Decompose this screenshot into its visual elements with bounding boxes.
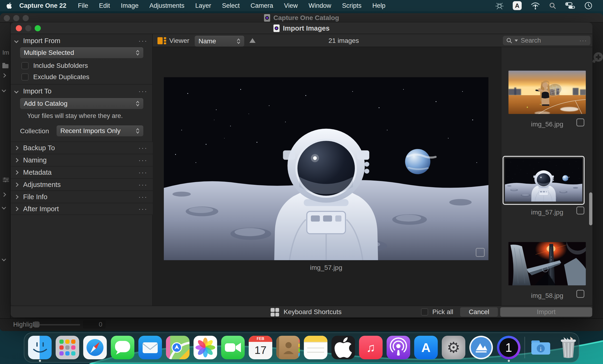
menu-layer[interactable]: Layer	[190, 2, 217, 10]
dock-system-preferences-icon[interactable]: ⚙	[442, 336, 465, 359]
viewer-pick-checkbox[interactable]	[476, 248, 485, 257]
menu-help[interactable]: Help	[367, 2, 391, 10]
section-metadata[interactable]: Metadata ···	[11, 166, 153, 178]
include-subfolders-checkbox[interactable]	[22, 62, 29, 69]
import-from-dropdown[interactable]: Multiple Selected	[20, 47, 143, 58]
chevron-right-icon[interactable]	[2, 73, 6, 77]
apple-menu-icon[interactable]	[6, 2, 12, 9]
search-field[interactable]: ···	[503, 36, 591, 45]
highlight-slider-track[interactable]	[35, 324, 80, 325]
section-backup-to[interactable]: Backup To ···	[11, 142, 153, 154]
section-adjustments[interactable]: Adjustments ···	[11, 178, 153, 190]
dock-finder-icon[interactable]	[28, 336, 52, 359]
highlight-slider-knob[interactable]	[34, 321, 40, 328]
chevron-down-icon[interactable]	[14, 89, 18, 93]
import-button[interactable]: Import	[500, 307, 592, 317]
chevron-right-icon[interactable]	[14, 146, 18, 150]
chevron-down-icon[interactable]	[2, 88, 6, 92]
dock-photos-icon[interactable]	[194, 336, 217, 359]
viewer-image[interactable]	[164, 77, 488, 260]
dock-downloads-icon[interactable]: ↓	[529, 336, 553, 359]
menu-scripts[interactable]: Scripts	[337, 2, 367, 10]
dock-contacts-icon[interactable]	[276, 336, 300, 359]
chevron-right-icon[interactable]	[14, 182, 18, 187]
clock-icon[interactable]	[584, 2, 592, 10]
chevron-right-icon[interactable]	[14, 195, 18, 199]
sliders-icon[interactable]	[2, 177, 10, 183]
antivirus-icon[interactable]	[495, 1, 504, 10]
menu-window[interactable]: Window	[303, 2, 337, 10]
dock-app-store-icon[interactable]: A	[414, 336, 438, 359]
menu-adjustments[interactable]: Adjustments	[144, 2, 190, 10]
thumbnail-pick-checkbox[interactable]	[576, 207, 584, 214]
search-options-icon[interactable]: ···	[580, 38, 587, 43]
keyboard-shortcuts-icon[interactable]	[271, 308, 279, 316]
exclude-duplicates-checkbox[interactable]	[22, 73, 29, 80]
dock-notes-icon[interactable]	[304, 336, 327, 359]
menu-image[interactable]: Image	[116, 2, 144, 10]
menu-select[interactable]: Select	[217, 2, 245, 10]
spotlight-icon[interactable]	[549, 2, 556, 9]
section-menu-icon[interactable]: ···	[138, 89, 148, 93]
dock-safari-icon[interactable]	[83, 336, 107, 359]
menu-edit[interactable]: Edit	[93, 2, 116, 10]
import-to-dropdown[interactable]: Add to Catalog	[20, 98, 143, 109]
section-menu-icon[interactable]: ···	[138, 38, 148, 43]
thumbnail-img-58[interactable]	[509, 242, 586, 285]
chevron-right-icon[interactable]	[14, 170, 18, 175]
chevron-right-icon[interactable]	[2, 192, 6, 197]
section-menu-icon[interactable]: ···	[138, 195, 148, 199]
thumbnail-image[interactable]	[505, 158, 582, 201]
menu-view[interactable]: View	[279, 2, 303, 10]
sort-direction-icon[interactable]	[249, 38, 255, 43]
dock-trash-icon[interactable]	[557, 336, 580, 359]
section-import-to[interactable]: Import To ···	[11, 86, 153, 97]
section-after-import[interactable]: After Import ···	[11, 203, 153, 215]
wifi-alert-icon[interactable]	[531, 2, 540, 10]
dock-music-icon[interactable]: ♫	[359, 336, 383, 359]
thumbnail-pick-checkbox[interactable]	[576, 290, 584, 298]
search-input[interactable]	[520, 37, 577, 44]
chevron-down-icon[interactable]	[2, 257, 6, 261]
thumbnail-img-56[interactable]	[509, 71, 586, 114]
dock-mail-icon[interactable]	[138, 336, 162, 359]
dock-facetime-icon[interactable]	[221, 336, 245, 359]
add-bubble-icon[interactable]	[593, 52, 603, 62]
section-menu-icon[interactable]: ···	[138, 145, 148, 150]
thumbnail-img-57-selected[interactable]	[503, 156, 585, 205]
sort-by-dropdown[interactable]: Name	[195, 36, 244, 47]
dock-capture-one-icon[interactable]: 1	[497, 336, 521, 359]
dock-maps-icon[interactable]	[166, 336, 189, 359]
dock-messages-icon[interactable]	[111, 336, 134, 359]
chevron-right-icon[interactable]	[14, 207, 18, 211]
section-menu-icon[interactable]: ···	[138, 182, 148, 187]
thumbnail-pick-checkbox[interactable]	[576, 118, 584, 126]
section-naming[interactable]: Naming ···	[11, 154, 153, 166]
section-import-from[interactable]: Import From ···	[11, 35, 153, 46]
chevron-down-icon[interactable]	[2, 205, 6, 209]
keyboard-shortcuts-label[interactable]: Keyboard Shortcuts	[284, 308, 342, 316]
collection-dropdown[interactable]: Recent Imports Only	[57, 125, 143, 136]
dock-calendar-icon[interactable]: FEB 17	[249, 336, 272, 359]
highlight-value[interactable]: 0	[83, 320, 106, 329]
menu-app-name[interactable]: Capture One 22	[12, 2, 73, 10]
menu-file[interactable]: File	[73, 2, 94, 10]
search-scope-icon[interactable]	[515, 40, 518, 42]
dock-apple-tv-icon[interactable]: tv	[331, 336, 355, 359]
dock-mountains-app-icon[interactable]	[469, 336, 493, 359]
section-menu-icon[interactable]: ···	[138, 170, 148, 175]
section-file-info[interactable]: File Info ···	[11, 190, 153, 203]
folder-icon[interactable]	[2, 64, 9, 68]
section-menu-icon[interactable]: ···	[138, 207, 148, 211]
section-menu-icon[interactable]: ···	[138, 158, 148, 163]
browser-scrollbar[interactable]	[589, 192, 592, 225]
pick-all-checkbox[interactable]	[421, 309, 428, 316]
control-center-icon[interactable]	[565, 2, 575, 9]
chevron-down-icon[interactable]	[14, 39, 18, 43]
dock-podcasts-icon[interactable]	[387, 336, 410, 359]
viewer-mode-icon[interactable]	[157, 37, 166, 44]
dock-launchpad-icon[interactable]	[56, 336, 79, 359]
input-source-icon[interactable]: A	[513, 1, 522, 10]
chevron-right-icon[interactable]	[14, 158, 18, 162]
menu-camera[interactable]: Camera	[245, 2, 279, 10]
